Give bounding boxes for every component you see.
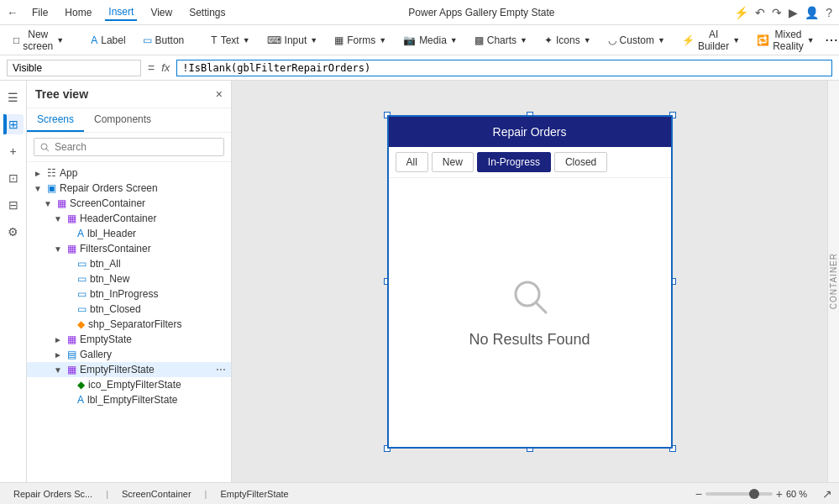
media-button[interactable]: 📷 Media ▼ (396, 32, 464, 49)
undo-icon[interactable]: ↶ (755, 6, 765, 19)
label-button[interactable]: A Label (84, 32, 132, 49)
tree-item-lbl-header[interactable]: ► A lbl_Header (27, 226, 231, 241)
item-label-empty-state: EmptyState (80, 333, 132, 345)
filter-btn-new[interactable]: New (432, 152, 474, 172)
input-dropdown-icon: ▼ (310, 36, 317, 45)
fx-label: fx (161, 61, 170, 74)
app-canvas-content: No Results Found (389, 178, 671, 447)
menu-view[interactable]: View (147, 5, 176, 20)
charts-button[interactable]: ▩ Charts ▼ (468, 32, 534, 49)
filter-btn-inprogress[interactable]: In-Progress (477, 152, 551, 172)
zoom-slider[interactable] (705, 492, 773, 496)
media-icon: 📷 (403, 34, 416, 46)
expand-button[interactable]: ↗ (822, 487, 832, 501)
formula-input[interactable] (176, 60, 832, 76)
breadcrumb-screen-container[interactable]: ScreenContainer (115, 487, 198, 501)
zoom-control: − + 60 % (695, 487, 815, 501)
sidebar-icon-data[interactable]: ⊡ (3, 168, 24, 188)
menu-bar-right: ⚡ ↶ ↷ ▶ 👤 ? (734, 6, 832, 19)
breadcrumb-empty-filter-state[interactable]: EmptyFilterState (213, 487, 295, 501)
sidebar-icon-settings[interactable]: ⚙ (3, 222, 24, 242)
status-right: − + 60 % ↗ (695, 487, 832, 501)
tree-item-empty-state[interactable]: ► ▦ EmptyState (27, 332, 231, 347)
property-selector[interactable] (7, 60, 141, 76)
expand-icon: ▼ (44, 199, 54, 208)
tree-tabs: Screens Components (27, 108, 231, 133)
text-dropdown-icon: ▼ (243, 36, 250, 45)
tree-item-lbl-empty-filter[interactable]: ► A lbl_EmptyFilterState (27, 392, 231, 407)
tree-item-btn-all[interactable]: ► ▭ btn_All (27, 256, 231, 271)
tree-item-ico-empty-filter[interactable]: ► ◆ ico_EmptyFilterState (27, 377, 231, 392)
tab-screens[interactable]: Screens (27, 108, 84, 132)
filter-btn-closed[interactable]: Closed (554, 152, 607, 172)
item-more-menu[interactable]: ⋯ (216, 364, 231, 375)
tree-search-input[interactable] (34, 138, 224, 156)
button-icon: ▭ (143, 34, 152, 46)
menu-insert[interactable]: Insert (105, 4, 137, 21)
tree-item-btn-closed[interactable]: ► ▭ btn_Closed (27, 302, 231, 317)
tree-item-shp-separator[interactable]: ► ◆ shp_SeparatorFilters (27, 317, 231, 332)
sidebar-icon-menu[interactable]: ☰ (3, 87, 24, 108)
mixed-reality-button[interactable]: 🔁 Mixed Reality ▼ (750, 26, 821, 55)
new-screen-button[interactable]: □ New screen ▼ (7, 26, 71, 55)
sidebar-icon-tree[interactable]: ⊞ (3, 114, 24, 134)
tree-item-empty-filter-state[interactable]: ▼ ▦ EmptyFilterState ⋯ (27, 362, 231, 377)
tab-components[interactable]: Components (84, 108, 161, 132)
zoom-level-text: 60 % (786, 489, 815, 499)
button-button[interactable]: ▭ Button (136, 32, 191, 49)
zoom-slider-thumb[interactable] (749, 489, 759, 499)
expand-icon: ▼ (34, 184, 44, 193)
menu-settings[interactable]: Settings (186, 5, 228, 20)
tree-close-button[interactable]: × (216, 87, 223, 101)
item-label-btn-all: btn_All (90, 258, 121, 270)
tree-item-gallery[interactable]: ► ▤ Gallery (27, 347, 231, 362)
play-icon[interactable]: ▶ (789, 6, 798, 19)
screen-icon: ▣ (47, 182, 56, 194)
ai-builder-button[interactable]: ⚡ AI Builder ▼ (675, 26, 747, 55)
redo-icon[interactable]: ↷ (772, 6, 782, 19)
tree-item-screen-container[interactable]: ▼ ▦ ScreenContainer (27, 196, 231, 211)
tree-content: ► ☷ App ▼ ▣ Repair Orders Screen ▼ ▦ Scr… (27, 162, 231, 482)
input-button[interactable]: ⌨ Input ▼ (260, 32, 325, 49)
canvas-scrollbar-right[interactable]: CONTAINER (827, 81, 839, 482)
svg-line-1 (536, 302, 546, 312)
menu-file[interactable]: File (29, 5, 51, 20)
breadcrumb-repair-orders[interactable]: Repair Orders Sc... (7, 487, 99, 501)
expand-icon: ► (34, 169, 44, 178)
tree-item-filters-container[interactable]: ▼ ▦ FiltersContainer (27, 241, 231, 256)
menu-home[interactable]: Home (61, 5, 95, 20)
filter-btn-all[interactable]: All (396, 152, 428, 172)
connect-icon[interactable]: ⚡ (734, 6, 748, 19)
item-label-gallery: Gallery (80, 349, 112, 360)
container-icon: ▦ (67, 333, 76, 345)
app-title: Power Apps Gallery Empty State (243, 7, 721, 18)
label-icon: A (77, 394, 84, 406)
image-icon: ◆ (77, 379, 85, 391)
sidebar-icon-variables[interactable]: ⊟ (3, 195, 24, 215)
item-label-lbl-header: lbl_Header (87, 228, 136, 239)
app-title-text: Repair Orders (493, 125, 567, 139)
tree-item-btn-new[interactable]: ► ▭ btn_New (27, 271, 231, 286)
sidebar-icon-add[interactable]: + (3, 141, 24, 161)
toolbar-more-button[interactable]: ⋯ (825, 32, 838, 48)
text-button[interactable]: T Text ▼ (204, 32, 256, 49)
item-label-filters-container: FiltersContainer (80, 243, 151, 255)
forms-button[interactable]: ▦ Forms ▼ (328, 32, 393, 49)
container-icon: ▦ (67, 243, 76, 255)
zoom-plus-button[interactable]: + (776, 487, 783, 501)
icons-button[interactable]: ✦ Icons ▼ (537, 32, 598, 49)
custom-button[interactable]: ◡ Custom ▼ (601, 32, 672, 49)
tree-item-btn-inprogress[interactable]: ► ▭ btn_InProgress (27, 286, 231, 302)
text-icon: T (211, 34, 217, 46)
help-icon[interactable]: ? (826, 6, 832, 19)
container-icon: ▦ (57, 197, 66, 209)
user-icon[interactable]: 👤 (805, 6, 819, 19)
zoom-minus-button[interactable]: − (695, 487, 702, 501)
container-icon: ▦ (67, 213, 76, 224)
tree-item-app[interactable]: ► ☷ App (27, 165, 231, 181)
tree-item-header-container[interactable]: ▼ ▦ HeaderContainer (27, 211, 231, 226)
item-label-empty-filter-state: EmptyFilterState (80, 364, 155, 375)
tree-item-repair-orders-screen[interactable]: ▼ ▣ Repair Orders Screen (27, 181, 231, 196)
item-label-shp-separator: shp_SeparatorFilters (88, 318, 181, 330)
back-button[interactable]: ← (7, 6, 18, 19)
